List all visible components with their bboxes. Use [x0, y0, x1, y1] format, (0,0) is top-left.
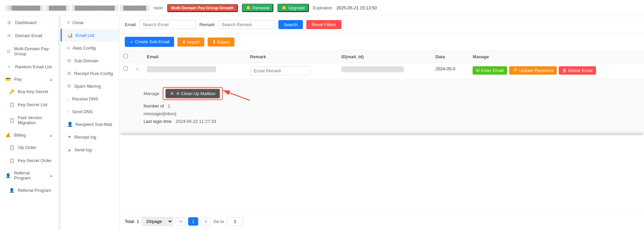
mid-panel-send-log[interactable]: ▲ Send log: [61, 143, 119, 156]
page-1-button[interactable]: 1: [188, 217, 198, 226]
sidebar-item-random-email[interactable]: ≡ Random Email List: [0, 60, 58, 73]
remark-search-input[interactable]: [218, 20, 275, 29]
col-manage: Manage: [469, 51, 644, 63]
sidebar-item-key-list[interactable]: 📋 Key-Secret List: [3, 98, 58, 111]
next-page-button[interactable]: >: [201, 217, 211, 226]
manage-expanded-label: Manage: [144, 91, 159, 96]
sidebar-item-multi-domain[interactable]: ⊟ Multi-Domain Pay-Group: [0, 42, 58, 60]
number-of-row: Number of 1: [144, 102, 635, 110]
paid-version-icon: 📋: [9, 118, 14, 123]
topbar-version: rsion: [154, 5, 163, 10]
mid-panel-recipient-sub[interactable]: 👤 Recipient Sub-Mail: [61, 118, 119, 131]
dashboard-icon: ⊞: [6, 20, 12, 25]
create-sub-email-button[interactable]: ＋ Create Sub-Email: [125, 37, 174, 47]
domain-email-icon: ✉: [6, 33, 12, 38]
expiration-label: Expiration: [313, 5, 332, 10]
mid-panel-receipt-log[interactable]: ▼ Receipt log: [61, 131, 119, 143]
key-icon: 🔑: [513, 68, 518, 73]
send-dns-icon: ↑: [67, 109, 69, 114]
enter-icon: ✉: [476, 68, 480, 73]
sidebar-item-vip-order[interactable]: 📋 Vip Order: [3, 141, 58, 154]
email-table-wrap: Email Remark ID(mail_id) Data Manage ∨: [119, 51, 644, 213]
sidebar-item-domain-email[interactable]: ✉ Domain Email: [0, 29, 58, 42]
topbar-domain: D██████████ ██████ ██████████████ ██████…: [5, 5, 150, 11]
sidebar-item-paid-version[interactable]: 📋 Paid Version Migration: [3, 111, 58, 129]
sidebar-item-buy-key[interactable]: 🔑 Buy Key-Secret: [3, 85, 58, 98]
pagination-bar: Total 1 10/page 20/page 50/page 100/page…: [119, 213, 644, 230]
multi-domain-icon: ⊟: [6, 49, 11, 54]
email-list-icon: 📊: [67, 32, 73, 38]
col-remark: Remark: [246, 51, 337, 63]
sub-domain-icon: ⚙: [67, 58, 71, 63]
expiration-date: 2025-05-21 15:13:50: [336, 5, 377, 10]
cleanup-icon: ✕: [170, 91, 174, 96]
email-remark-input[interactable]: [250, 66, 311, 75]
receipt-log-icon: ▼: [67, 134, 72, 140]
badge-renewal[interactable]: 🔔 Renewal: [242, 4, 274, 12]
chevron-up-icon-referral: ▲: [49, 173, 53, 177]
delete-email-button[interactable]: 🗑 Delete Email: [559, 66, 596, 75]
send-log-icon: ▲: [67, 147, 72, 152]
badge-multi-domain[interactable]: Multi-Domain Pay-Group-Growth: [167, 4, 238, 12]
import-button[interactable]: ⬆ Import: [177, 37, 204, 47]
sidebar-item-dashboard[interactable]: ⊞ Dashboard: [0, 16, 58, 29]
number-of-label: Number of: [144, 103, 164, 108]
key-order-icon: 📋: [9, 158, 14, 163]
pay-icon: 💳: [5, 77, 11, 82]
receive-dns-icon: ↓: [67, 96, 69, 101]
mid-panel-receive-dns[interactable]: ↓ Receive DNS: [61, 92, 119, 105]
mid-panel-alias-config[interactable]: ≡ Alias Config: [61, 42, 119, 54]
chevron-up-icon-billing: ▲: [49, 133, 53, 137]
mid-panel-close[interactable]: ≡ Close: [61, 16, 119, 29]
prev-page-button[interactable]: <: [176, 217, 186, 226]
row-expand-button[interactable]: ∨: [136, 67, 139, 71]
cleanup-mailbox-button[interactable]: ✕ ✕ Clean Up Mailbox: [165, 89, 220, 98]
sidebar-item-key-order[interactable]: 📋 Key-Secret Order: [3, 154, 58, 167]
sidebar-item-referral-program[interactable]: 👤 Referral Program: [3, 184, 58, 197]
mid-panel-send-dns[interactable]: ↑ Send DNS: [61, 105, 119, 118]
badge-upgrade[interactable]: 🔔 Upgrade: [277, 4, 309, 12]
id-cell: ████████████████████: [337, 63, 431, 79]
update-password-button[interactable]: 🔑 Update Password: [509, 66, 557, 75]
row-checkbox[interactable]: [123, 66, 128, 71]
page-size-select[interactable]: 10/page 20/page 50/page 100/page: [142, 217, 173, 226]
col-email: Email: [143, 51, 246, 63]
manage-cell: ✉ Enter Email 🔑 Update Password 🗑 Delete: [469, 63, 644, 79]
messages-row: messages[inbox]: [144, 110, 635, 118]
col-id: ID(mail_id): [337, 51, 431, 63]
goto-input[interactable]: [227, 217, 244, 226]
expanded-row: Manage ✕ ✕ Clean Up Mailbox: [119, 79, 644, 132]
messages-label: messages[inbox]: [144, 111, 176, 116]
cleanup-highlight-box: ✕ ✕ Clean Up Mailbox: [163, 87, 223, 100]
delete-icon: 🗑: [562, 68, 567, 73]
sidebar-group-pay[interactable]: 💳 Pay ▲: [0, 73, 58, 85]
mid-panel-email-list[interactable]: 📊 Email List: [61, 29, 119, 42]
enter-email-button[interactable]: ✉ Enter Email: [473, 66, 507, 75]
horizontal-scrollbar[interactable]: [119, 132, 644, 136]
mid-panel-receipt-rule[interactable]: ⚙ Receipt Rule Config: [61, 67, 119, 80]
upgrade-icon: 🔔: [281, 5, 287, 10]
spam-icon: ⚙: [67, 83, 71, 89]
receipt-rule-icon: ⚙: [67, 71, 71, 76]
reset-filters-button[interactable]: Reset Filters: [306, 20, 341, 29]
email-search-input[interactable]: [139, 20, 196, 29]
buy-key-icon: 🔑: [9, 89, 14, 94]
alias-config-icon: ≡: [67, 45, 70, 51]
chevron-up-icon: ▲: [49, 77, 53, 81]
sidebar-group-billing[interactable]: 💰 Billing ▲: [0, 129, 58, 141]
topbar: D██████████ ██████ ██████████████ ██████…: [0, 0, 644, 16]
main-content: Email Remark Search Reset Filters ＋ Crea…: [119, 16, 644, 230]
email-filter-label: Email: [125, 22, 136, 27]
sidebar-group-referral[interactable]: 👤 Referral Program ▲: [0, 167, 58, 184]
select-all-checkbox[interactable]: [123, 54, 128, 58]
export-button[interactable]: ⬆ Export: [208, 37, 234, 47]
search-button[interactable]: Search: [278, 20, 303, 29]
key-list-icon: 📋: [9, 102, 14, 107]
mid-panel-sub-domain[interactable]: ⚙ Sub-Domain: [61, 54, 119, 67]
recipient-sub-icon: 👤: [67, 122, 73, 127]
mid-panel-spam[interactable]: ⚙ Spam filtering: [61, 80, 119, 92]
random-email-icon: ≡: [6, 64, 12, 69]
table-row: ∨ ████████████████████ ██ ██████████████…: [119, 63, 644, 79]
filter-bar: Email Remark Search Reset Filters: [119, 16, 644, 33]
renewal-icon: 🔔: [246, 5, 251, 10]
